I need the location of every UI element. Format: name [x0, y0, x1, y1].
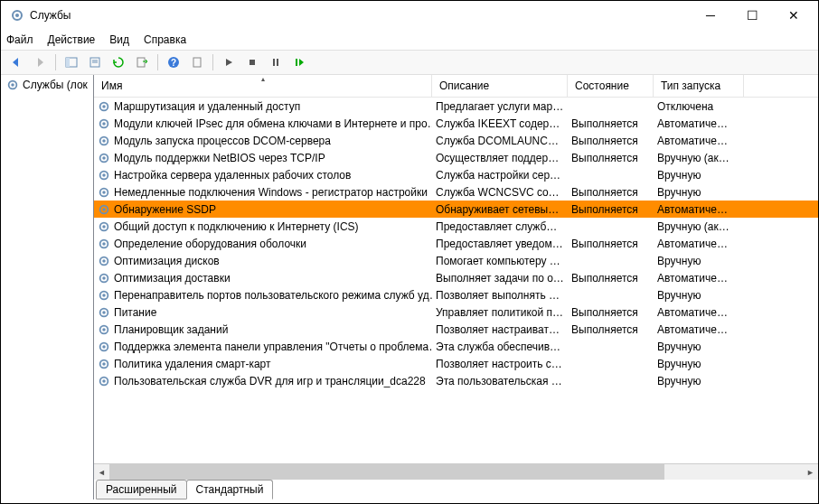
- scroll-right-icon[interactable]: ►: [803, 464, 818, 480]
- service-description: Позволяет выполнять п…: [432, 289, 568, 302]
- service-row[interactable]: Настройка сервера удаленных рабочих стол…: [94, 166, 818, 183]
- maximize-button[interactable]: ☐: [731, 2, 773, 29]
- service-description: Выполняет задачи по о…: [432, 272, 568, 285]
- service-name: Немедленные подключения Windows - регист…: [114, 186, 428, 199]
- svg-point-16: [11, 83, 14, 87]
- stop-service-button[interactable]: [242, 52, 262, 72]
- service-state: Выполняется: [568, 238, 654, 250]
- svg-rect-14: [296, 59, 297, 66]
- sort-indicator-icon: ▴: [261, 75, 265, 83]
- service-name: Модули ключей IPsec для обмена ключами в…: [114, 117, 432, 130]
- service-row[interactable]: Поддержка элемента панели управления "От…: [94, 338, 818, 355]
- service-row[interactable]: Общий доступ к подключению к Интернету (…: [94, 218, 818, 235]
- services-list: Имя▴ Описание Состояние Тип запуска Марш…: [94, 75, 818, 464]
- services-window: Службы ─ ☐ ✕ Файл Действие Вид Справка ?: [0, 0, 819, 504]
- help-button[interactable]: ?: [164, 52, 184, 72]
- service-state: Выполняется: [568, 203, 654, 216]
- tab-standard[interactable]: Стандартный: [186, 480, 274, 499]
- service-row[interactable]: Планировщик заданийПозволяет настраивать…: [94, 321, 818, 338]
- menu-file[interactable]: Файл: [6, 33, 33, 46]
- forward-button[interactable]: [30, 52, 50, 72]
- gear-icon: [98, 341, 110, 353]
- header-description[interactable]: Описание: [432, 75, 568, 97]
- service-startup: Автоматиче…: [654, 135, 744, 147]
- refresh-button[interactable]: [108, 52, 128, 72]
- svg-point-40: [102, 294, 106, 297]
- service-row[interactable]: Пользовательская служба DVR для игр и тр…: [94, 372, 818, 389]
- service-startup: Автоматиче…: [654, 117, 744, 130]
- app-icon: [10, 8, 24, 23]
- back-button[interactable]: [6, 52, 26, 72]
- service-description: Служба настройки серв…: [432, 169, 568, 182]
- svg-point-42: [102, 311, 106, 314]
- service-startup: Автоматиче…: [654, 306, 744, 319]
- service-startup: Вручную (ак…: [654, 220, 744, 233]
- service-description: Обнаруживает сетевые …: [432, 203, 568, 216]
- service-startup: Автоматиче…: [654, 203, 744, 216]
- svg-point-32: [102, 225, 106, 229]
- header-state[interactable]: Состояние: [568, 75, 654, 97]
- service-description: Предоставляет службы …: [432, 220, 568, 233]
- service-description: Управляет политикой п…: [432, 306, 568, 319]
- restart-service-button[interactable]: [289, 52, 309, 72]
- horizontal-scrollbar[interactable]: ◄ ►: [94, 464, 818, 480]
- svg-point-44: [102, 328, 106, 331]
- service-row[interactable]: Модули ключей IPsec для обмена ключами в…: [94, 115, 818, 132]
- service-row[interactable]: Маршрутизация и удаленный доступПредлага…: [94, 98, 818, 115]
- service-startup: Вручную: [654, 289, 744, 302]
- service-row[interactable]: Модуль поддержки NetBIOS через TCP/IPОсу…: [94, 149, 818, 166]
- gear-icon: [98, 169, 110, 182]
- header-name[interactable]: Имя▴: [94, 75, 432, 97]
- tree-panel: Службы (лок: [1, 75, 94, 499]
- service-name: Маршрутизация и удаленный доступ: [114, 100, 300, 113]
- menu-view[interactable]: Вид: [109, 33, 129, 46]
- service-row[interactable]: Оптимизация доставкиВыполняет задачи по …: [94, 269, 818, 286]
- titlebar[interactable]: Службы ─ ☐ ✕: [1, 1, 818, 30]
- service-name: Настройка сервера удаленных рабочих стол…: [114, 169, 351, 182]
- service-name: Перенаправитель портов пользовательского…: [114, 289, 432, 302]
- close-button[interactable]: ✕: [773, 2, 814, 29]
- service-row[interactable]: Модуль запуска процессов DCOM-сервераСлу…: [94, 132, 818, 149]
- show-hide-tree-button[interactable]: [61, 52, 81, 72]
- menu-help[interactable]: Справка: [144, 33, 186, 46]
- service-row[interactable]: Немедленные подключения Windows - регист…: [94, 183, 818, 201]
- tab-extended[interactable]: Расширенный: [96, 480, 187, 499]
- svg-rect-7: [137, 58, 145, 67]
- service-description: Эта пользовательская с…: [432, 375, 568, 387]
- action-button[interactable]: [187, 52, 207, 72]
- svg-rect-13: [277, 59, 278, 66]
- service-description: Предлагает услуги мар…: [432, 100, 568, 113]
- svg-point-20: [102, 122, 106, 126]
- service-row[interactable]: Обнаружение SSDPОбнаруживает сетевые …Вы…: [94, 201, 818, 218]
- service-startup: Вручную: [654, 255, 744, 267]
- service-row[interactable]: Перенаправитель портов пользовательского…: [94, 286, 818, 303]
- service-row[interactable]: Определение оборудования оболочкиПредост…: [94, 235, 818, 252]
- service-description: Помогает компьютеру …: [432, 255, 568, 267]
- column-headers: Имя▴ Описание Состояние Тип запуска: [94, 75, 818, 98]
- properties-button[interactable]: [85, 52, 105, 72]
- minimize-button[interactable]: ─: [690, 2, 731, 29]
- svg-point-18: [102, 105, 106, 108]
- gear-icon: [98, 375, 110, 387]
- scroll-left-icon[interactable]: ◄: [94, 464, 109, 480]
- menu-action[interactable]: Действие: [48, 33, 96, 46]
- service-startup: Автоматиче…: [654, 238, 744, 250]
- service-row[interactable]: ПитаниеУправляет политикой п…Выполняется…: [94, 303, 818, 321]
- service-row[interactable]: Оптимизация дисковПомогает компьютеру …В…: [94, 252, 818, 269]
- pause-service-button[interactable]: [266, 52, 286, 72]
- service-startup: Вручную (ак…: [654, 152, 744, 164]
- tree-root-services[interactable]: Службы (лок: [3, 77, 91, 93]
- gear-icon: [98, 238, 110, 250]
- service-startup: Автоматиче…: [654, 272, 744, 285]
- service-row[interactable]: Политика удаления смарт-картПозволяет на…: [94, 355, 818, 372]
- tree-root-label: Службы (лок: [23, 79, 88, 91]
- gear-icon: [98, 100, 110, 113]
- service-state: Выполняется: [568, 272, 654, 285]
- start-service-button[interactable]: [219, 52, 239, 72]
- service-description: Служба DCOMLAUNCH …: [432, 135, 568, 147]
- header-startup[interactable]: Тип запуска: [654, 75, 744, 97]
- export-button[interactable]: [132, 52, 152, 72]
- service-startup: Вручную: [654, 169, 744, 182]
- service-startup: Вручную: [654, 341, 744, 353]
- service-name: Модуль поддержки NetBIOS через TCP/IP: [114, 152, 325, 164]
